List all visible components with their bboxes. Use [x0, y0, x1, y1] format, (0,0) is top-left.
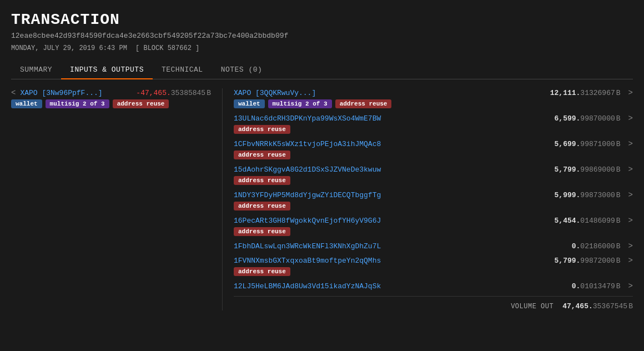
output-entry-4: 1NDY3YFDyHP5Md8dYjgwZYiDECQTbggfTg 5,999… — [234, 190, 633, 210]
output-tags-7: address reuse — [234, 267, 633, 276]
output-entry-7: 1FVNNXmsbGXTxqxoaBt9moftpeYn2qQMhs 5,799… — [234, 256, 633, 276]
output-amount-8: 0.01013479B — [526, 282, 621, 290]
input-amount-decimal: 35385845 — [171, 89, 205, 97]
volume-out-label: VOLUME OUT — [511, 303, 554, 310]
output-entry-header-2: 1CFbvNRRkK5sWXz1tvjoPEjoA3ihJMQAc8 5,699… — [234, 139, 633, 148]
output-amount-1: 6,599.99870000B — [526, 114, 621, 123]
output-entry-6: 1FbhDALswLqn3WRcWkENFl3KNhXgDhZu7L 0.021… — [234, 242, 633, 250]
output-entry-header-4: 1NDY3YFDyHP5Md8dYjgwZYiDECQTbggfTg 5,999… — [234, 190, 633, 199]
volume-out-unit: B — [628, 302, 633, 310]
input-entry: < XAPO [3Nw96PpfF...] -47,465.35385845B … — [11, 88, 211, 108]
output-arrow-5[interactable]: > — [628, 216, 633, 225]
output-arrow-2[interactable]: > — [628, 139, 633, 148]
input-amount: -47,465.35385845B — [136, 89, 211, 97]
tx-date: MONDAY, JULY 29, 2019 6:43 PM — [11, 44, 127, 52]
outputs-section: XAPO [3QQKRwuVy...] 12,111.31326967B > w… — [222, 88, 633, 310]
output-tags-5: address reuse — [234, 227, 633, 236]
output-arrow-7[interactable]: > — [628, 256, 633, 265]
output-entry-8: 12LJ5HeLBM6JAd8Uw3Vd15ikadYzNAJqSk 0.010… — [234, 282, 633, 290]
output-entry-header-0: XAPO [3QQKRwuVy...] 12,111.31326967B > — [234, 88, 633, 97]
output-tag-reuse-1[interactable]: address reuse — [234, 125, 290, 134]
page-title: TRANSACTION — [11, 11, 633, 28]
tab-notes[interactable]: NOTES (0) — [212, 61, 271, 79]
output-arrow-0[interactable]: > — [628, 88, 633, 97]
output-address-4[interactable]: 1NDY3YFDyHP5Md8dYjgwZYiDECQTbggfTg — [234, 191, 522, 199]
output-entry-header-6: 1FbhDALswLqn3WRcWkENFl3KNhXgDhZu7L 0.021… — [234, 242, 633, 250]
tag-multisig[interactable]: multisig 2 of 3 — [46, 99, 109, 108]
input-amount-negative: -47,465. — [136, 89, 170, 97]
output-tag-reuse-0[interactable]: address reuse — [335, 99, 392, 108]
block-link[interactable]: [ BLOCK 587662 ] — [135, 44, 199, 52]
output-tags-2: address reuse — [234, 151, 633, 159]
tag-wallet[interactable]: wallet — [11, 99, 42, 108]
output-entry-header-8: 12LJ5HeLBM6JAd8Uw3Vd15ikadYzNAJqSk 0.010… — [234, 282, 633, 290]
output-tag-wallet-0[interactable]: wallet — [234, 99, 265, 108]
content-area: < XAPO [3Nw96PpfF...] -47,465.35385845B … — [11, 79, 633, 310]
output-tags-0: wallet multisig 2 of 3 address reuse — [234, 99, 633, 108]
output-tag-reuse-7[interactable]: address reuse — [234, 267, 290, 276]
output-address-2[interactable]: 1CFbvNRRkK5sWXz1tvjoPEjoA3ihJMQAc8 — [234, 140, 522, 148]
output-tags-1: address reuse — [234, 125, 633, 134]
output-address-6[interactable]: 1FbhDALswLqn3WRcWkENFl3KNhXgDhZu7L — [234, 242, 522, 250]
output-address-7[interactable]: 1FVNNXmsbGXTxqxoaBt9moftpeYn2qQMhs — [234, 257, 522, 265]
output-entry-header-3: 15dAohrSKggvA8G2d1DSxSJZVNeDe3kwuw 5,799… — [234, 165, 633, 174]
output-arrow-4[interactable]: > — [628, 190, 633, 199]
output-address-8[interactable]: 12LJ5HeLBM6JAd8Uw3Vd15ikadYzNAJqSk — [234, 282, 522, 290]
tab-summary[interactable]: SUMMARY — [11, 61, 61, 79]
input-name[interactable]: XAPO [3Nw96PpfF...] — [20, 89, 102, 97]
output-address-3[interactable]: 15dAohrSKggvA8G2d1DSxSJZVNeDe3kwuw — [234, 166, 522, 174]
output-entry-header-1: 13ULNac6dcRH3DPKnYpa99WsXSo4WmE7BW 6,599… — [234, 114, 633, 123]
output-address-5[interactable]: 16PecARt3GH8fWgokkQvnEjofYH6yV9G6J — [234, 217, 522, 225]
input-arrow-left[interactable]: < — [11, 88, 16, 97]
output-arrow-8[interactable]: > — [628, 282, 633, 290]
tx-hash: 12eae8cbee42d93f84590fdca4e3e2663cbf5492… — [11, 32, 633, 40]
inputs-section: < XAPO [3Nw96PpfF...] -47,465.35385845B … — [11, 88, 222, 310]
output-amount-6: 0.02186000B — [526, 242, 621, 250]
output-entry-2: 1CFbvNRRkK5sWXz1tvjoPEjoA3ihJMQAc8 5,699… — [234, 139, 633, 159]
output-entry-header-7: 1FVNNXmsbGXTxqxoaBt9moftpeYn2qQMhs 5,799… — [234, 256, 633, 265]
output-tag-multisig-0[interactable]: multisig 2 of 3 — [268, 99, 332, 108]
volume-out-amount: 47,465.35367545B — [562, 302, 633, 310]
output-entry-1: 13ULNac6dcRH3DPKnYpa99WsXSo4WmE7BW 6,599… — [234, 114, 633, 134]
output-arrow-3[interactable]: > — [628, 165, 633, 174]
output-tag-reuse-3[interactable]: address reuse — [234, 176, 290, 185]
tag-address-reuse[interactable]: address reuse — [113, 99, 169, 108]
output-arrow-6[interactable]: > — [628, 242, 633, 250]
output-amount-7: 5,799.99872000B — [526, 257, 621, 265]
output-tag-reuse-2[interactable]: address reuse — [234, 151, 290, 159]
volume-out-row: VOLUME OUT 47,465.35367545B — [234, 296, 633, 310]
output-address-1[interactable]: 13ULNac6dcRH3DPKnYpa99WsXSo4WmE7BW — [234, 114, 522, 123]
output-entry-header-5: 16PecARt3GH8fWgokkQvnEjofYH6yV9G6J 5,454… — [234, 216, 633, 225]
page-container: TRANSACTION 12eae8cbee42d93f84590fdca4e3… — [0, 0, 644, 316]
tab-technical[interactable]: TECHNICAL — [153, 61, 212, 79]
tab-inputs-outputs[interactable]: INPUTS & OUTPUTS — [61, 61, 153, 79]
output-tags-4: address reuse — [234, 202, 633, 210]
output-amount-2: 5,699.99871000B — [526, 140, 621, 148]
tabs-bar: SUMMARY INPUTS & OUTPUTS TECHNICAL NOTES… — [11, 61, 633, 79]
output-amount-3: 5,799.99869000B — [526, 166, 621, 174]
input-entry-header: < XAPO [3Nw96PpfF...] -47,465.35385845B — [11, 88, 211, 97]
output-tags-3: address reuse — [234, 176, 633, 185]
output-amount-4: 5,999.99873000B — [526, 191, 621, 199]
input-amount-unit: B — [207, 89, 211, 97]
output-amount-5: 5,454.01486099B — [526, 217, 621, 225]
output-tag-reuse-4[interactable]: address reuse — [234, 202, 290, 210]
output-address-0[interactable]: XAPO [3QQKRwuVy...] — [234, 89, 522, 97]
output-amount-0: 12,111.31326967B — [526, 89, 621, 97]
output-tag-reuse-5[interactable]: address reuse — [234, 227, 290, 236]
volume-out-decimal: 35367545 — [593, 302, 627, 310]
output-entry-5: 16PecARt3GH8fWgokkQvnEjofYH6yV9G6J 5,454… — [234, 216, 633, 236]
volume-out-whole: 47,465. — [562, 302, 593, 310]
input-tags: wallet multisig 2 of 3 address reuse — [11, 99, 211, 108]
output-entry-0: XAPO [3QQKRwuVy...] 12,111.31326967B > w… — [234, 88, 633, 108]
output-entry-3: 15dAohrSKggvA8G2d1DSxSJZVNeDe3kwuw 5,799… — [234, 165, 633, 185]
output-arrow-1[interactable]: > — [628, 114, 633, 123]
tx-meta: MONDAY, JULY 29, 2019 6:43 PM [ BLOCK 58… — [11, 44, 633, 52]
